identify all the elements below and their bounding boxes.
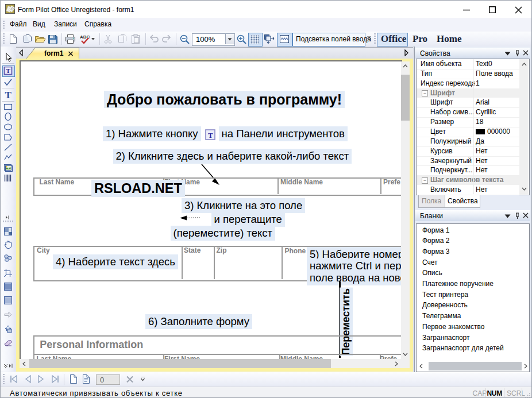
svg-text:T: T bbox=[6, 67, 11, 74]
svg-text:T: T bbox=[208, 131, 213, 140]
svg-text:T: T bbox=[5, 90, 12, 99]
